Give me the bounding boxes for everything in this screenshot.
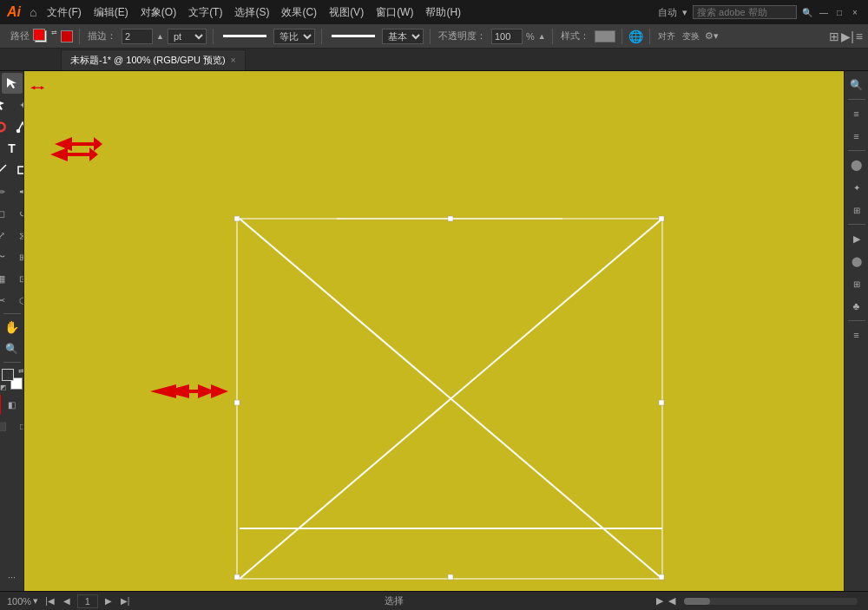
home-icon[interactable]: ⌂ [30,5,36,19]
menu-select[interactable]: 选择(S) [229,3,274,22]
panel-symbols-btn[interactable]: ♣ [846,296,867,317]
svg-marker-0 [7,78,16,89]
stroke-style-select[interactable]: 等比 [273,29,315,44]
close-button[interactable]: × [849,6,861,18]
panel-appearance-btn[interactable]: ✦ [846,177,867,198]
panel-layout-icon[interactable]: ⊞ [829,30,839,43]
reshape-tool[interactable]: ⧖ [12,225,24,246]
stroke-width-input[interactable] [122,29,153,44]
search-input[interactable] [693,5,797,19]
tool-separator-2 [3,362,21,363]
horizontal-scrollbar[interactable] [684,598,858,605]
eraser-tool[interactable]: ◻ [0,203,11,224]
opacity-input[interactable] [491,29,523,44]
paintbrush-tool[interactable]: ✏ [0,181,11,202]
rotate-tool[interactable]: ↺ [12,203,24,224]
screen-mode-row: ⬛ □ [0,416,24,436]
graph-tool-row: ▦ ⊡ [0,268,24,289]
align-label[interactable]: 对齐 [656,30,677,43]
left-toolbar: ✦ ⭕ T ✏ ✒ ◻ ↺ ⤢ ⧖ 〜 [0,71,24,591]
pen-tool[interactable] [12,116,24,137]
more-tools-btn[interactable]: ··· [2,567,23,591]
selection-tool[interactable] [2,73,23,94]
nav-prev-btn[interactable]: ◀ [62,596,72,606]
lasso-tool[interactable]: ⭕ [0,116,11,137]
panel-color-btn[interactable]: ⬤ [846,154,867,175]
globe-icon[interactable]: 🌐 [628,30,643,43]
stroke-up-icon[interactable]: ▲ [156,32,164,41]
toolbar-menu-icon[interactable]: ≡ [856,30,863,43]
menu-type[interactable]: 文字(T) [183,3,227,22]
main-layout: ✦ ⭕ T ✏ ✒ ◻ ↺ ⤢ ⧖ 〜 [0,71,868,591]
artboard-tool[interactable]: ⊡ [12,268,24,289]
panel-libraries-btn[interactable]: ≡ [846,126,867,147]
menu-view[interactable]: 视图(V) [324,3,369,22]
more-options-icon[interactable]: ⚙▾ [705,30,719,42]
menu-effect[interactable]: 效果(C) [276,3,322,22]
style-swatch[interactable] [595,30,615,43]
stroke-profile-preview [332,35,375,37]
hand-tool[interactable]: ✋ [2,317,23,338]
menu-help[interactable]: 帮助(H) [420,3,466,22]
tab-close-button[interactable]: × [231,56,236,65]
mode-label: 自动 [658,6,677,19]
nav-first-btn[interactable]: |◀ [43,596,56,606]
panel-search-btn[interactable]: 🔍 [846,75,867,95]
panel-pathfinder-btn[interactable]: ▶ [846,228,867,249]
panel-artboards-btn[interactable]: ⬤ [846,251,867,272]
menu-edit[interactable]: 编辑(E) [89,3,134,22]
fill-swatch[interactable] [61,30,73,43]
maximize-button[interactable]: □ [833,6,845,18]
panel-right-icon[interactable]: ▶| [841,30,854,43]
minimize-button[interactable]: — [818,6,830,18]
stroke-swap-icon: ⇄ [51,29,57,36]
canvas-area[interactable] [24,71,844,591]
zoom-tool[interactable]: 🔍 [2,338,23,359]
panel-layers-btn[interactable]: ≡ [846,325,867,345]
panel-properties-btn[interactable]: ≡ [846,103,867,124]
line-tool[interactable] [0,160,11,180]
column-graph-tool[interactable]: ▦ [0,268,11,289]
mode-dropdown-icon[interactable]: ▾ [682,7,687,18]
stroke-color-swatch[interactable]: ⇄ [33,29,57,44]
warp-tool[interactable]: 〜 [0,246,11,267]
menu-window[interactable]: 窗口(W) [371,3,418,22]
menu-file[interactable]: 文件(F) [42,3,86,22]
transform-label[interactable]: 变换 [681,30,701,43]
scale-tool-row: ⤢ ⧖ [0,225,24,246]
status-play-btn[interactable]: ▶ [656,595,663,607]
svg-line-4 [0,165,6,175]
slice-tool[interactable]: ✂ [0,290,11,311]
nav-last-btn[interactable]: ▶| [119,596,132,606]
tab-document-1[interactable]: 未标题-1* @ 100% (RGB/GPU 预览) × [61,49,246,70]
magic-wand-tool[interactable]: ✦ [12,95,24,115]
normal-screen-btn[interactable]: ⬛ [0,416,11,436]
gradient-mode-btn[interactable]: ◧ [2,394,23,415]
zoom-dropdown-icon[interactable]: ▾ [33,595,38,607]
panel-align-btn[interactable]: ⊞ [846,200,867,220]
warp-tool-row: 〜 ⊞ [0,246,24,267]
scrollbar-thumb[interactable] [684,598,710,605]
stroke-unit-select[interactable]: pt px mm [168,29,207,44]
panel-transform-btn[interactable]: ⊞ [846,273,867,294]
color-swatches[interactable]: ⇄ ◩ [0,367,24,391]
swap-colors-icon[interactable]: ⇄ [18,367,24,375]
nav-next-btn[interactable]: ▶ [103,596,114,606]
scale-tool[interactable]: ⤢ [0,225,11,246]
pencil-tool[interactable]: ✒ [12,181,24,202]
page-number-input[interactable] [77,594,98,608]
stroke-profile-select[interactable]: 基本 [382,29,424,44]
menu-object[interactable]: 对象(O) [135,3,181,22]
default-colors-icon[interactable]: ◩ [0,384,7,391]
status-expand-btn[interactable]: ◀ [668,595,675,607]
right-panel-sep-4 [848,320,865,321]
symbol-tool[interactable]: ⊞ [12,246,24,267]
opacity-up-icon[interactable]: ▲ [538,32,546,41]
fullscreen-btn[interactable]: □ [12,416,24,436]
rectangle-tool[interactable] [12,160,24,180]
perspective-tool[interactable]: ⬡ [12,290,24,311]
type-tool[interactable]: T [2,138,23,159]
direct-selection-tool[interactable] [0,95,11,115]
opacity-percent: % [526,31,535,42]
color-mode-btn[interactable]: ■ [0,394,1,415]
